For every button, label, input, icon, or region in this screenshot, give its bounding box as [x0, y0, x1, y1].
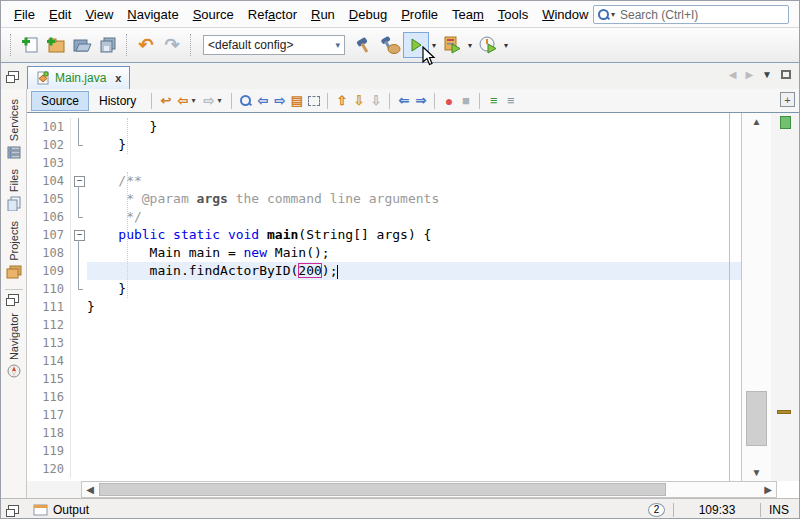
find-next-icon[interactable]: ⇨: [271, 92, 288, 109]
menu-profile[interactable]: Profile: [394, 3, 445, 26]
comment-icon[interactable]: ≡: [485, 92, 502, 109]
menu-edit[interactable]: Edit: [42, 3, 78, 26]
code-line-113[interactable]: 113: [27, 334, 741, 352]
scroll-tabs-right-icon[interactable]: ▶: [745, 69, 753, 80]
rectangular-selection-icon[interactable]: [305, 92, 322, 109]
line-number[interactable]: 108: [27, 244, 71, 262]
sidebar-item-files[interactable]: Files: [1, 159, 26, 211]
forward-icon[interactable]: ⇨: [200, 92, 217, 109]
code-line-101[interactable]: 101 }: [27, 118, 741, 136]
vertical-scrollbar-thumb[interactable]: [746, 391, 767, 446]
code-line-112[interactable]: 112: [27, 316, 741, 334]
line-number[interactable]: 102: [27, 136, 71, 154]
menu-run[interactable]: Run: [304, 3, 342, 26]
sidebar-item-services[interactable]: Services: [1, 89, 26, 159]
code-line-107[interactable]: 107 public static void main(String[] arg…: [27, 226, 741, 244]
line-number[interactable]: 110: [27, 280, 71, 298]
search-input[interactable]: Search (Ctrl+I): [620, 8, 698, 22]
menu-file[interactable]: File: [7, 3, 42, 26]
menu-team[interactable]: Team: [445, 3, 491, 26]
code-line-115[interactable]: 115: [27, 370, 741, 388]
line-number[interactable]: 101: [27, 118, 71, 136]
dock-window-icon[interactable]: [8, 505, 19, 514]
forward-dropdown-icon[interactable]: ▾: [217, 96, 221, 105]
clean-and-build-button[interactable]: [377, 32, 403, 58]
redo-button[interactable]: ↷: [159, 32, 185, 58]
search-dropdown-icon[interactable]: ▾: [611, 10, 615, 19]
line-number[interactable]: 112: [27, 316, 71, 334]
previous-bookmark-icon[interactable]: ⇧: [333, 92, 350, 109]
code-line-116[interactable]: 116: [27, 388, 741, 406]
line-number[interactable]: 105: [27, 190, 71, 208]
uncomment-icon[interactable]: ≡: [502, 92, 519, 109]
new-file-button[interactable]: [17, 32, 43, 58]
debug-project-button[interactable]: [439, 32, 465, 58]
code-line-119[interactable]: 119: [27, 442, 741, 460]
code-line-114[interactable]: 114: [27, 352, 741, 370]
tab-list-dropdown-icon[interactable]: ▼: [762, 69, 772, 80]
dock-window-icon[interactable]: [8, 71, 19, 80]
line-number[interactable]: 119: [27, 442, 71, 460]
new-project-button[interactable]: [43, 32, 69, 58]
line-number[interactable]: 114: [27, 352, 71, 370]
menu-view[interactable]: View: [78, 3, 120, 26]
code-line-106[interactable]: 106 */: [27, 208, 741, 226]
toggle-bookmark-icon[interactable]: ⇩: [367, 92, 384, 109]
shift-right-icon[interactable]: ⇒: [412, 92, 429, 109]
menu-refactor[interactable]: Refactor: [241, 3, 304, 26]
line-number[interactable]: 115: [27, 370, 71, 388]
profile-project-button[interactable]: [475, 32, 501, 58]
find-selection-icon[interactable]: [237, 92, 254, 109]
back-icon[interactable]: ⇦: [174, 92, 191, 109]
find-previous-icon[interactable]: ⇦: [254, 92, 271, 109]
vertical-scrollbar[interactable]: ▲ ▼: [741, 113, 771, 481]
history-view-button[interactable]: History: [89, 91, 146, 111]
tab-close-icon[interactable]: x: [111, 72, 121, 84]
horizontal-scrollbar-thumb[interactable]: [99, 483, 666, 496]
no-errors-indicator[interactable]: [780, 116, 791, 129]
back-dropdown-icon[interactable]: ▾: [191, 96, 195, 105]
tab-main-java[interactable]: Main.java x: [27, 66, 130, 89]
code-line-104[interactable]: 104 /**: [27, 172, 741, 190]
build-project-button[interactable]: [351, 32, 377, 58]
search-box[interactable]: ▾ Search (Ctrl+I): [593, 5, 789, 24]
horizontal-scrollbar[interactable]: ◀ ▶: [81, 481, 777, 498]
fold-toggle-icon[interactable]: [71, 172, 87, 190]
toggle-highlight-icon[interactable]: ▤: [288, 92, 305, 109]
menu-debug[interactable]: Debug: [342, 3, 394, 26]
notifications-badge[interactable]: 2: [648, 503, 665, 517]
code-editor[interactable]: 101 }102 }103104 /**105 * @param args th…: [27, 113, 741, 481]
menu-window[interactable]: Window: [535, 3, 595, 26]
open-project-button[interactable]: [69, 32, 95, 58]
code-line-118[interactable]: 118: [27, 424, 741, 442]
sidebar-item-navigator[interactable]: Navigator: [1, 303, 26, 378]
dock-window-icon[interactable]: [8, 294, 19, 303]
shift-left-icon[interactable]: ⇐: [395, 92, 412, 109]
code-line-102[interactable]: 102 }: [27, 136, 741, 154]
next-bookmark-icon[interactable]: ⇩: [350, 92, 367, 109]
code-line-109[interactable]: 109 main.findActorByID(200);: [27, 262, 741, 280]
code-line-105[interactable]: 105 * @param args the command line argum…: [27, 190, 741, 208]
line-number[interactable]: 103: [27, 154, 71, 172]
undo-button[interactable]: ↶: [133, 32, 159, 58]
maximize-window-icon[interactable]: [781, 70, 791, 79]
config-dropdown[interactable]: <default config> ▾: [203, 35, 345, 55]
line-number[interactable]: 104: [27, 172, 71, 190]
line-number[interactable]: 109: [27, 262, 71, 280]
save-all-button[interactable]: [95, 32, 121, 58]
scroll-right-icon[interactable]: ▶: [761, 483, 775, 497]
output-tab[interactable]: Output: [25, 501, 97, 519]
caret-position-mark[interactable]: [777, 410, 791, 414]
scroll-left-icon[interactable]: ◀: [83, 483, 97, 497]
line-number[interactable]: 118: [27, 424, 71, 442]
scroll-down-icon[interactable]: ▼: [742, 467, 771, 478]
sidebar-item-projects[interactable]: Projects: [1, 211, 26, 279]
menu-tools[interactable]: Tools: [491, 3, 535, 26]
line-number[interactable]: 106: [27, 208, 71, 226]
line-number[interactable]: 120: [27, 460, 71, 478]
source-view-button[interactable]: Source: [31, 91, 89, 111]
line-number[interactable]: 117: [27, 406, 71, 424]
code-line-111[interactable]: 111}: [27, 298, 741, 316]
line-number[interactable]: 113: [27, 334, 71, 352]
line-number[interactable]: 107: [27, 226, 71, 244]
